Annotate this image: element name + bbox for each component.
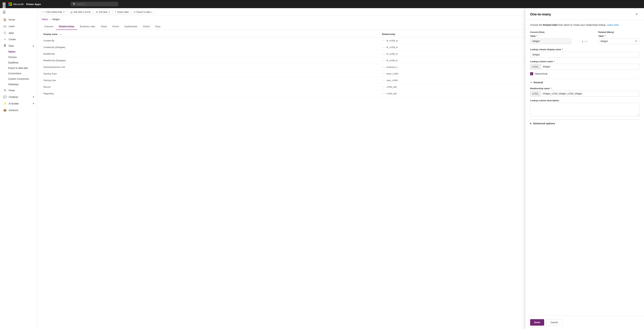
- sidebar-sub-choices[interactable]: Choices: [0, 55, 37, 60]
- breadcrumb-tables[interactable]: Tables: [41, 18, 48, 21]
- row-menu-button[interactable]: ···: [382, 92, 385, 95]
- export-lake-button[interactable]: ⊙ Export to data l...: [132, 10, 156, 15]
- hierarchical-label: Hierarchical: [535, 72, 548, 75]
- microsoft-logo: Microsoft: [8, 2, 24, 6]
- sidebar-item-create-label: Create: [9, 38, 16, 41]
- row-menu-button[interactable]: ···: [382, 39, 385, 42]
- sidebar-toggle[interactable]: ☰: [0, 8, 37, 16]
- sidebar-sub-dataflows[interactable]: Dataflows: [0, 60, 37, 65]
- data-icon: 🗄: [3, 44, 6, 47]
- checkmark-icon: ✓: [531, 73, 532, 75]
- sidebar-item-solutions-label: Solutions: [9, 109, 18, 112]
- advanced-options-header[interactable]: ▶ Advanced options: [530, 120, 639, 127]
- flows-icon: ↻: [3, 89, 6, 92]
- learn-more-link[interactable]: Learn more: [607, 24, 619, 26]
- hierarchical-checkbox[interactable]: ✓: [530, 72, 533, 75]
- search-box[interactable]: 🔍: [71, 2, 118, 6]
- row-menu-button[interactable]: ···: [382, 79, 385, 82]
- add-relationship-button[interactable]: + + Add relationship ▼: [40, 10, 67, 15]
- row-display-name: Owning Business Unit: [41, 64, 380, 70]
- dropdown-chevron-icon: ▼: [63, 11, 65, 13]
- current-table-input: [530, 38, 571, 44]
- breadcrumb-current: Widget: [52, 18, 60, 21]
- tab-relationships[interactable]: Relationships: [56, 24, 77, 30]
- row-menu-button[interactable]: ···: [382, 59, 385, 62]
- lookup-column-name-field: cr25d_: [530, 64, 639, 70]
- sidebar-item-chatbots[interactable]: 💬 Chatbots ▼: [0, 94, 37, 100]
- app-name-label: Power Apps: [26, 3, 41, 6]
- tab-dashboards[interactable]: Dashboards: [122, 24, 140, 30]
- export-data-button[interactable]: ⤴ Export data: [113, 10, 131, 15]
- row-menu-button[interactable]: ···: [382, 46, 385, 49]
- sidebar-sub-custom-connectors[interactable]: Custom Connectors: [0, 76, 37, 82]
- sidebar-item-flows[interactable]: ↻ Flows: [0, 87, 37, 94]
- row-relationship: user_cr25d: [386, 79, 398, 82]
- sidebar-sub-gateways[interactable]: Gateways: [0, 82, 37, 87]
- cancel-button[interactable]: Cancel: [546, 319, 562, 325]
- tab-columns[interactable]: Columns: [41, 24, 56, 30]
- edit-excel-button[interactable]: 📊 Edit data in Excel: [68, 10, 93, 15]
- advanced-options-section: ▶ Advanced options: [530, 120, 639, 127]
- row-menu-button[interactable]: ···: [382, 66, 385, 69]
- lookup-column-name-input[interactable]: [541, 64, 639, 69]
- sidebar-sub-export-lake[interactable]: Export to data lake: [0, 65, 37, 71]
- sidebar-item-ai-label: AI Builder: [9, 102, 19, 105]
- row-relationship: cr25d_wid: [386, 86, 396, 88]
- create-icon: +: [3, 38, 6, 41]
- lookup-col-desc-textarea[interactable]: [530, 103, 639, 116]
- panel-title: One-to-many: [530, 12, 551, 16]
- waffle-menu-icon[interactable]: [3, 3, 6, 6]
- sidebar: ☰ 🏠 Home 📖 Learn ⬡ Apps + Create 🗄 Data …: [0, 8, 37, 329]
- row-display-name: Created By: [41, 37, 380, 44]
- sidebar-item-data[interactable]: 🗄 Data ▲: [0, 43, 37, 49]
- tab-forms[interactable]: Forms: [110, 24, 122, 30]
- topbar: Microsoft Power Apps 🔍: [0, 0, 644, 8]
- row-relationship: lk_cr25d_w: [386, 59, 398, 62]
- panel-body: Choose the Related table from which to c…: [525, 20, 644, 315]
- sidebar-sub-tables[interactable]: Tables: [0, 49, 37, 55]
- get-data-chevron-icon: ▼: [108, 11, 110, 13]
- lookup-display-name-input[interactable]: [530, 52, 639, 58]
- sidebar-item-ai-builder[interactable]: ✨ AI Builder ▼: [0, 100, 37, 107]
- related-table-select[interactable]: Widget: [598, 38, 639, 44]
- col-display-name[interactable]: Display name ↑ ⌄: [41, 31, 380, 37]
- panel-close-button[interactable]: ✕: [634, 12, 639, 17]
- hamburger-icon: ☰: [3, 10, 6, 14]
- sidebar-item-apps[interactable]: ⬡ Apps: [0, 30, 37, 36]
- sidebar-item-learn[interactable]: 📖 Learn: [0, 23, 37, 30]
- get-data-icon: 🗃: [96, 11, 98, 13]
- add-icon: +: [42, 11, 44, 13]
- excel-icon: 📊: [70, 11, 72, 13]
- done-button[interactable]: Done: [530, 319, 544, 325]
- sidebar-item-solutions[interactable]: 📦 Solutions: [0, 107, 37, 113]
- tab-business-rules[interactable]: Business rules: [77, 24, 98, 30]
- rel-name-prefix: cr25d_: [530, 91, 541, 96]
- sidebar-item-create[interactable]: + Create: [0, 36, 37, 43]
- sidebar-item-home[interactable]: 🏠 Home: [0, 16, 37, 23]
- relationship-name-input[interactable]: [541, 91, 639, 96]
- home-icon: 🏠: [3, 18, 6, 21]
- row-relationship: lk_cr25d_w: [386, 46, 398, 49]
- chatbots-icon: 💬: [3, 95, 6, 99]
- advanced-options-label: Advanced options: [533, 122, 555, 125]
- export-lake-label: Export to data l...: [136, 11, 153, 13]
- row-menu-button[interactable]: ···: [382, 72, 385, 75]
- sidebar-sub-connections[interactable]: Connections: [0, 71, 37, 76]
- relationship-name-label: Relationship name *: [530, 87, 639, 90]
- row-relationship: cr25d_wid: [386, 92, 396, 95]
- tab-keys[interactable]: Keys: [152, 24, 163, 30]
- row-relationship: team_cr25d: [386, 72, 398, 75]
- get-data-button[interactable]: 🗃 Get data ▼: [94, 10, 112, 15]
- general-section-header[interactable]: ▼ General: [530, 79, 639, 86]
- row-menu-button[interactable]: ···: [382, 85, 385, 88]
- chevron-up-icon: ▲: [32, 45, 34, 47]
- search-input[interactable]: [77, 3, 116, 6]
- lookup-display-name-label: Lookup column display name *: [530, 48, 639, 51]
- related-table-bold: Related table: [543, 24, 558, 26]
- filter-icon[interactable]: ⌄: [60, 33, 62, 36]
- tab-views[interactable]: Views: [98, 24, 110, 30]
- general-section-label: General: [534, 81, 543, 84]
- ai-builder-icon: ✨: [3, 102, 6, 105]
- row-menu-button[interactable]: ···: [382, 52, 385, 55]
- tab-charts[interactable]: Charts: [140, 24, 152, 30]
